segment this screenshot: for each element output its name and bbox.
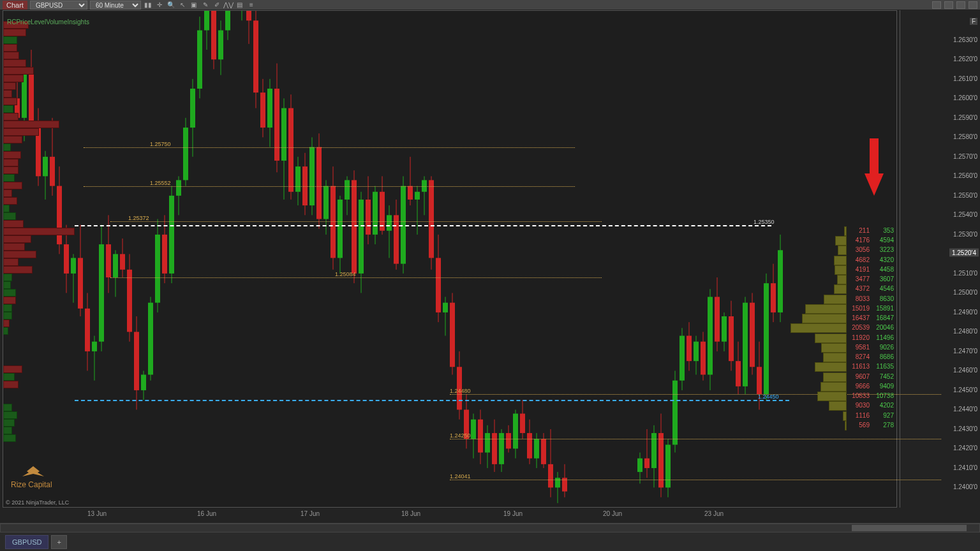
vp-buy-label: 4546 [872,285,894,292]
vp-buy-label: 9409 [872,383,894,390]
svg-rect-131 [471,420,476,439]
svg-rect-115 [415,192,420,200]
svg-rect-175 [694,342,699,362]
svg-rect-15 [64,244,69,274]
time-axis[interactable]: 13 Jun16 Jun17 Jun18 Jun19 Jun20 Jun23 J… [3,508,897,523]
vp-buy-label: 11635 [872,363,894,370]
svg-rect-81 [295,166,301,192]
vp-sell-label: 11920 [849,334,870,341]
drawing-tools-icon[interactable]: ✐ [212,1,221,10]
symbol-select[interactable]: GBPUSD [30,1,87,10]
indicators-icon[interactable]: ▤ [235,1,244,10]
horizontal-scrollbar[interactable] [0,524,980,533]
minimize-icon[interactable] [944,1,953,9]
add-tab-button[interactable]: + [51,535,66,549]
time-tick: 18 Jun [401,510,420,517]
price-level-label: 1.25350 [754,219,775,225]
svg-rect-59 [218,31,223,60]
svg-rect-31 [120,254,125,269]
svg-rect-119 [429,180,434,258]
svg-rect-89 [323,186,329,219]
price-tick: 1.2460'0 [953,367,977,374]
svg-rect-43 [162,235,167,274]
svg-rect-69 [253,20,258,92]
price-tick: 1.2610'0 [953,75,977,82]
svg-rect-167 [665,444,671,487]
vp-buy-label: 8630 [872,295,894,302]
price-level-label: 1.25372 [128,215,149,221]
svg-rect-5 [29,70,34,128]
vp-sell-label: 15019 [849,305,870,312]
crosshair-icon[interactable]: ✛ [155,1,164,10]
svg-rect-187 [736,361,741,386]
svg-rect-53 [197,31,202,89]
maximize-icon[interactable] [956,1,965,9]
vp-sell-label: 4372 [849,285,870,292]
price-tick: 1.2420'0 [953,444,977,452]
vp-sell-label: 9607 [849,373,870,380]
svg-rect-109 [394,215,399,263]
price-level-label: 1.25084 [335,271,356,277]
svg-rect-51 [190,89,195,128]
properties-icon[interactable]: ≡ [247,1,256,10]
price-tick: 1.2470'0 [953,347,977,354]
price-level-line [75,400,789,401]
svg-rect-173 [687,336,692,362]
zigzag-icon[interactable]: ⋀⋁ [224,1,233,10]
vp-sell-label: 4682 [849,256,870,263]
chart-area[interactable]: RCPriceLevelVolumeInsights 1.257501.2555… [0,10,980,523]
svg-rect-41 [155,235,160,303]
svg-rect-19 [78,258,83,308]
svg-rect-33 [127,270,132,332]
svg-rect-91 [330,186,336,258]
vp-sell-label: 8274 [849,353,870,360]
price-tick: 1.2570'0 [953,152,977,159]
volume-bars-icon[interactable]: ▮▮ [144,1,152,10]
price-tick: 1.2500'0 [953,289,977,296]
timeframe-select[interactable]: 60 Minute [90,1,141,10]
svg-rect-199 [778,250,783,312]
vp-sell-label: 10833 [849,392,870,399]
zoom-icon[interactable]: 🔍 [167,1,175,10]
svg-rect-55 [204,11,209,31]
vp-buy-label: 8686 [872,353,894,360]
svg-rect-99 [359,200,364,274]
svg-rect-79 [288,108,293,192]
svg-rect-9 [43,157,48,177]
svg-rect-125 [450,303,455,367]
vp-sell-label: 211 [849,227,870,234]
vp-buy-label: 3607 [872,276,894,283]
vp-sell-label: 569 [849,422,870,429]
svg-rect-11 [50,157,55,186]
window-toggle-icon[interactable] [932,1,941,9]
logo-name: Rize Capital [11,480,56,489]
svg-rect-145 [520,414,525,434]
vp-buy-label: 9026 [872,344,894,351]
vp-buy-label: 3223 [872,246,894,253]
price-tick: 1.2430'0 [953,425,977,432]
bottom-bar: GBPUSD + [0,523,980,551]
symbol-tab[interactable]: GBPUSD [5,535,48,549]
svg-rect-137 [492,433,497,464]
price-tick: 1.2490'0 [953,308,977,315]
svg-rect-141 [506,433,511,448]
close-icon[interactable] [969,1,977,9]
svg-rect-107 [387,215,392,230]
pointer-icon[interactable]: ↖ [178,1,187,10]
snapshot-icon[interactable]: ✎ [201,1,210,10]
price-level-line [84,186,575,187]
databox-icon[interactable]: ▣ [189,1,198,10]
vp-buy-label: 353 [872,227,894,234]
price-axis[interactable]: F 1.2630'01.2620'01.2610'01.2600'01.2590… [900,10,980,508]
svg-rect-153 [548,464,553,488]
svg-rect-37 [141,375,146,390]
indicator-label: RCPriceLevelVolumeInsights [7,18,89,26]
scroll-thumb[interactable] [852,525,967,531]
price-level-line [75,225,771,226]
vp-sell-label: 4176 [849,237,870,244]
price-level-label: 1.24480 [450,388,471,394]
svg-rect-71 [260,92,265,128]
svg-rect-121 [436,258,441,312]
time-tick: 13 Jun [87,510,107,517]
vp-sell-label: 11613 [849,363,870,370]
